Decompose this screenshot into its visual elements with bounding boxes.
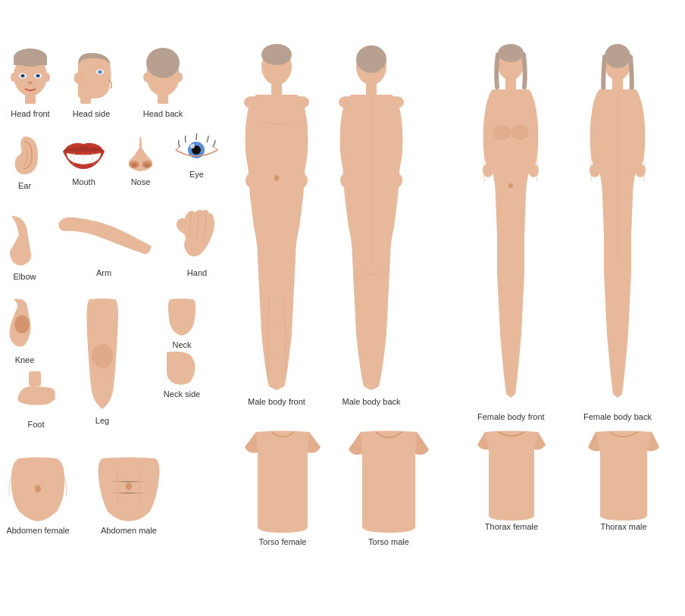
svg-point-3 — [44, 73, 50, 82]
foot-item: Foot — [15, 371, 57, 429]
svg-point-35 — [14, 315, 30, 333]
head-back-item: Head back — [140, 49, 186, 118]
svg-point-28 — [144, 163, 150, 167]
svg-point-50 — [356, 45, 386, 73]
female-body-back-item: Female body back — [583, 45, 652, 421]
svg-point-69 — [635, 164, 646, 177]
svg-point-68 — [590, 164, 600, 177]
hand-item: Hand — [174, 205, 220, 277]
svg-point-12 — [28, 81, 33, 84]
main-canvas: Head front Head side — [0, 0, 685, 616]
abdomen-male-item: Abdomen male — [91, 455, 167, 535]
svg-point-14 — [74, 73, 82, 83]
svg-rect-51 — [366, 83, 377, 95]
svg-point-40 — [126, 483, 132, 490]
svg-point-16 — [98, 70, 102, 74]
head-front-item: Head front — [8, 49, 53, 118]
elbow-item: Elbow — [4, 212, 45, 281]
female-body-front-item: Female body front — [477, 45, 545, 421]
thorax-female-item: Thorax female — [470, 428, 553, 531]
svg-point-63 — [528, 164, 539, 177]
torso-male-item: Torso male — [347, 428, 430, 546]
head-side-item: Head side — [67, 49, 116, 118]
svg-point-61 — [511, 125, 529, 140]
svg-point-64 — [508, 183, 513, 188]
svg-point-55 — [390, 173, 402, 188]
svg-point-42 — [261, 44, 292, 65]
svg-point-21 — [146, 48, 180, 78]
svg-rect-67 — [612, 79, 623, 89]
svg-point-58 — [498, 44, 524, 62]
svg-point-8 — [22, 75, 24, 77]
svg-point-38 — [48, 395, 55, 401]
svg-point-66 — [605, 44, 630, 68]
svg-point-47 — [296, 173, 308, 188]
svg-point-60 — [493, 125, 511, 140]
svg-point-46 — [246, 173, 258, 188]
arm-item: Arm — [55, 208, 153, 277]
abdomen-female-item: Abdomen female — [4, 455, 72, 535]
leg-item: Leg — [83, 295, 121, 425]
svg-point-19 — [143, 73, 149, 82]
svg-point-39 — [35, 485, 41, 492]
svg-point-62 — [483, 164, 493, 177]
male-body-back-item: Male body back — [337, 45, 405, 406]
svg-point-2 — [11, 73, 17, 82]
mouth-item: Mouth — [59, 133, 108, 186]
svg-point-20 — [177, 73, 183, 82]
ear-item: Ear — [8, 133, 42, 190]
torso-female-item: Torso female — [241, 428, 324, 546]
svg-point-11 — [37, 75, 39, 77]
svg-point-31 — [190, 144, 195, 149]
svg-rect-5 — [14, 58, 47, 65]
svg-rect-59 — [505, 79, 516, 89]
eye-item: Eye — [172, 129, 221, 179]
svg-rect-37 — [29, 371, 41, 386]
svg-rect-43 — [271, 83, 282, 95]
svg-point-27 — [131, 163, 137, 167]
male-body-front-item: Male body front — [242, 45, 311, 406]
svg-point-36 — [92, 344, 113, 368]
svg-point-48 — [274, 175, 279, 181]
svg-point-54 — [340, 173, 352, 188]
neck-item: Neck — [163, 295, 201, 349]
knee-item: Knee — [4, 295, 45, 364]
neck-side-item: Neck side — [163, 349, 201, 399]
thorax-male-item: Thorax male — [582, 428, 665, 531]
nose-item: Nose — [124, 133, 158, 186]
